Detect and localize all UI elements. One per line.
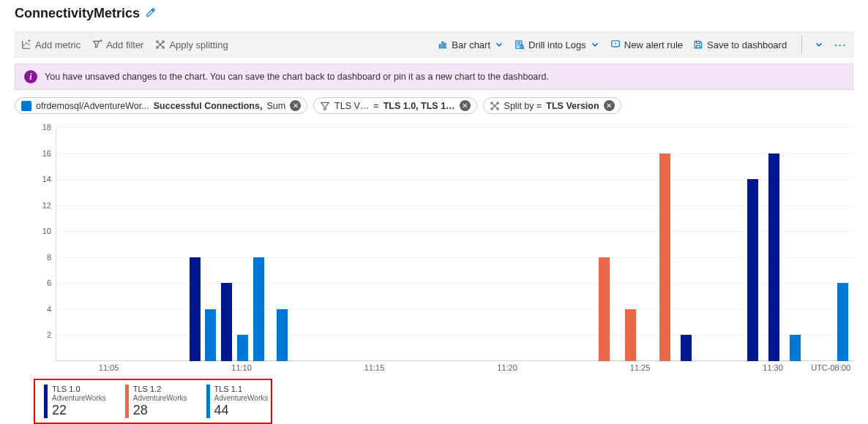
y-tick: 4 — [47, 305, 51, 314]
chart-bar[interactable] — [747, 179, 758, 361]
legend-color-swatch — [206, 385, 210, 418]
chevron-down-icon — [590, 39, 600, 50]
x-tick: 11:15 — [364, 363, 385, 372]
chart-bar[interactable] — [205, 309, 216, 361]
chart-bar[interactable] — [837, 283, 848, 361]
svg-point-5 — [157, 47, 158, 48]
legend-series-sub: AdventureWorks — [133, 394, 187, 403]
new-alert-label: New alert rule — [624, 39, 683, 50]
chart-bar[interactable] — [768, 154, 779, 361]
chart-bar[interactable] — [599, 257, 610, 361]
save-dashboard-chevron[interactable] — [814, 39, 824, 50]
scope-text: ofrdemosql/AdventureWor... — [36, 101, 149, 111]
remove-filter-icon[interactable]: ✕ — [460, 100, 471, 111]
x-tick: 11:25 — [630, 363, 651, 372]
legend-series-name: TLS 1.0 — [52, 385, 106, 394]
legend-series-name: TLS 1.1 — [214, 385, 269, 394]
legend-item[interactable]: TLS 1.0AdventureWorks22 — [44, 385, 106, 418]
legend-series-sub: AdventureWorks — [52, 394, 106, 403]
y-tick: 10 — [42, 227, 51, 235]
toolbar-divider — [801, 35, 802, 54]
legend-item[interactable]: TLS 1.1AdventureWorks44 — [206, 385, 269, 418]
chart-bar[interactable] — [221, 283, 232, 361]
legend-series-value: 22 — [52, 403, 106, 418]
remove-split-icon[interactable]: ✕ — [604, 100, 615, 111]
svg-point-4 — [162, 41, 164, 42]
edit-icon[interactable] — [146, 7, 156, 20]
svg-point-3 — [157, 41, 158, 42]
y-tick: 14 — [42, 175, 51, 183]
add-metric-label: Add metric — [35, 39, 81, 50]
legend-series-sub: AdventureWorks — [214, 394, 269, 403]
drill-into-logs-dropdown[interactable]: Drill into Logs — [515, 39, 600, 50]
apply-splitting-label: Apply splitting — [169, 39, 228, 50]
add-filter-button[interactable]: Add filter — [92, 39, 143, 50]
chart-bar[interactable] — [790, 335, 801, 361]
unsaved-changes-banner: i You have unsaved changes to the chart.… — [15, 64, 853, 90]
legend-highlight-box: TLS 1.0AdventureWorks22TLS 1.2AdventureW… — [34, 379, 272, 424]
x-tick: 11:10 — [231, 363, 252, 372]
legend-color-swatch — [44, 385, 48, 418]
chart-bar[interactable] — [681, 335, 692, 361]
add-filter-label: Add filter — [106, 39, 143, 50]
svg-point-13 — [490, 102, 492, 103]
y-tick: 2 — [47, 330, 51, 339]
split-icon — [490, 101, 500, 111]
chart-plot-area[interactable] — [56, 127, 853, 361]
svg-rect-9 — [445, 43, 446, 48]
new-alert-rule-button[interactable]: New alert rule — [610, 39, 683, 50]
chart-type-dropdown[interactable]: Bar chart — [438, 39, 504, 50]
filter-prefix: TLS V… — [334, 101, 369, 111]
y-tick: 16 — [42, 149, 51, 158]
filter-pill[interactable]: TLS V… = TLS 1.0, TLS 1… ✕ — [313, 97, 477, 114]
info-icon: i — [24, 70, 37, 83]
remove-metric-icon[interactable]: ✕ — [290, 100, 301, 111]
add-metric-button[interactable]: Add metric — [21, 39, 81, 50]
chevron-down-icon — [494, 39, 504, 50]
split-value: TLS Version — [546, 101, 599, 111]
chevron-down-icon — [814, 39, 824, 50]
y-tick: 18 — [42, 123, 51, 132]
metrics-chart: 24681012141618 11:0511:1011:1511:2011:25… — [34, 127, 853, 376]
filter-icon — [320, 101, 330, 111]
apply-splitting-button[interactable]: Apply splitting — [155, 39, 228, 50]
svg-rect-7 — [440, 45, 441, 48]
legend-item[interactable]: TLS 1.2AdventureWorks28 — [125, 385, 187, 418]
y-tick: 8 — [47, 253, 51, 262]
x-tick: 11:20 — [497, 363, 517, 372]
banner-text: You have unsaved changes to the chart. Y… — [45, 72, 549, 82]
utc-label: UTC-08:00 — [811, 363, 850, 372]
legend-series-value: 28 — [133, 403, 187, 418]
resource-icon — [21, 101, 31, 111]
svg-point-15 — [490, 107, 492, 109]
chart-bar[interactable] — [277, 309, 288, 361]
svg-point-14 — [496, 102, 498, 103]
more-menu-button[interactable]: ··· — [834, 39, 847, 50]
svg-rect-8 — [442, 42, 444, 48]
svg-point-16 — [496, 107, 498, 109]
filter-eq: = — [373, 101, 378, 111]
x-tick: 11:30 — [763, 363, 783, 372]
split-pill[interactable]: Split by = TLS Version ✕ — [483, 97, 621, 114]
chart-bar[interactable] — [190, 257, 201, 361]
legend-series-value: 44 — [214, 403, 269, 418]
chart-type-label: Bar chart — [452, 39, 490, 50]
y-tick: 6 — [47, 279, 51, 287]
save-to-dashboard-button[interactable]: Save to dashboard — [693, 39, 787, 50]
chart-bar[interactable] — [237, 335, 248, 361]
legend-color-swatch — [125, 385, 129, 418]
y-tick: 12 — [42, 201, 51, 210]
metric-scope-pill[interactable]: ofrdemosql/AdventureWor... Successful Co… — [15, 97, 307, 114]
legend-series-name: TLS 1.2 — [133, 385, 187, 394]
split-prefix: Split by = — [504, 101, 542, 111]
metric-name: Successful Connections, — [154, 101, 263, 111]
chart-bar[interactable] — [659, 154, 670, 361]
drill-logs-label: Drill into Logs — [528, 39, 586, 50]
save-dashboard-label: Save to dashboard — [707, 39, 787, 50]
chart-toolbar: Add metric Add filter Apply splitting Ba… — [15, 31, 853, 58]
chart-bar[interactable] — [625, 309, 636, 361]
page-title: ConnectivityMetrics — [15, 6, 140, 21]
svg-point-6 — [162, 47, 164, 48]
chart-bar[interactable] — [253, 257, 264, 361]
filter-value: TLS 1.0, TLS 1… — [384, 101, 455, 111]
